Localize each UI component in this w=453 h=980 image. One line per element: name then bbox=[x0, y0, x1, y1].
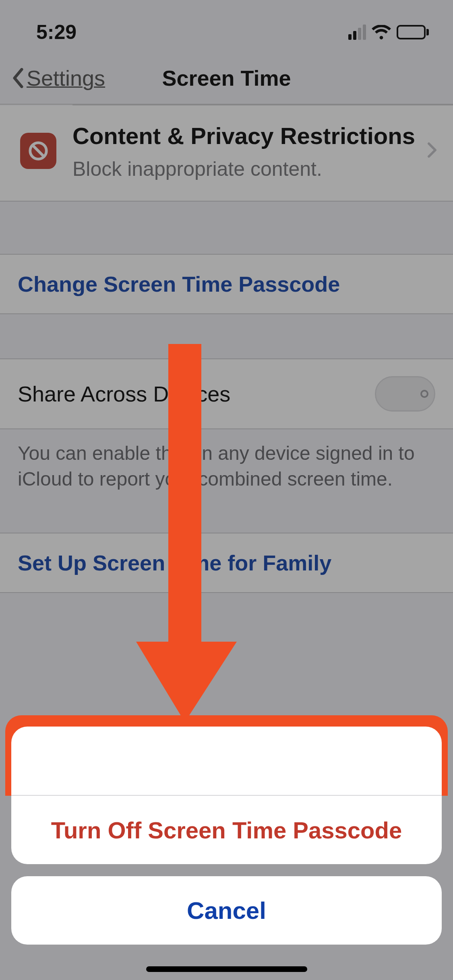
sheet-cancel-label: Cancel bbox=[187, 897, 266, 924]
sheet-cancel-button[interactable]: Cancel bbox=[11, 876, 442, 945]
home-indicator bbox=[146, 966, 307, 972]
sheet-turn-off-passcode-button[interactable]: Turn Off Screen Time Passcode bbox=[11, 796, 442, 864]
action-sheet-options: Change Screen Time Passcode Turn Off Scr… bbox=[11, 727, 442, 864]
annotation-arrow-icon bbox=[136, 344, 237, 722]
sheet-turn-off-label: Turn Off Screen Time Passcode bbox=[51, 817, 402, 844]
svg-marker-3 bbox=[136, 642, 237, 722]
action-sheet: Change Screen Time Passcode Turn Off Scr… bbox=[11, 727, 442, 945]
svg-rect-2 bbox=[168, 344, 201, 650]
